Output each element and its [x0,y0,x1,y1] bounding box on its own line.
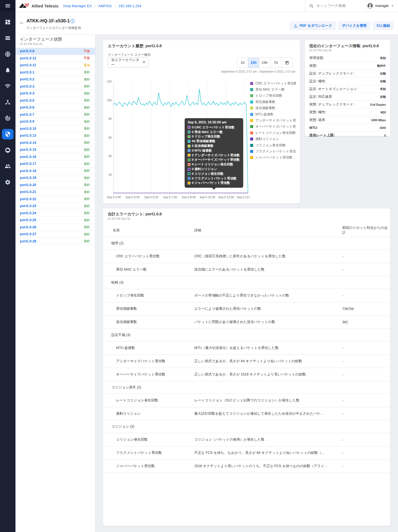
port-row[interactable]: port1.0.9良好 [15,118,95,125]
port-row[interactable]: port1.0.17良好 [15,160,95,168]
port-row[interactable]: port1.0.26良好 [15,224,95,231]
port-link[interactable]: port1.0.13 [20,134,36,137]
port-link[interactable]: port1.0.15 [20,148,36,152]
port-link[interactable]: port1.0.25 [20,218,36,222]
range-1h-button[interactable]: 1h [237,58,248,68]
legend-item[interactable]: レートコリジョン発生回数 [250,130,296,136]
legend-item[interactable]: アンダーサイズパケット受信数 [250,117,296,123]
port-link[interactable]: port1.0.18 [20,169,36,173]
port-row[interactable]: port1.0.3良好 [15,83,95,90]
cloud-icon [5,147,11,153]
port-row[interactable]: port1.0.23良好 [15,203,95,210]
port-link[interactable]: port1.0.16 [20,155,36,159]
port-link[interactable]: port1.0.26 [20,225,36,229]
port-link[interactable]: port1.0.28 [20,239,36,243]
range-7d-button[interactable]: 7d [270,58,281,68]
port-row[interactable]: port1.0.24良好 [15,210,95,217]
port-link[interactable]: port1.0.1 [20,70,34,74]
dashboard-nav[interactable] [0,17,15,28]
port-row[interactable]: port1.0.12不良 [15,55,95,62]
port-link[interactable]: port1.0.22 [20,197,36,201]
port-link[interactable]: port1.0.3 [20,84,34,88]
nav-link[interactable]: AMF001 [98,4,112,8]
port-link[interactable]: port1.0.19 [20,176,36,180]
port-row[interactable]: port1.0.5良好 [15,97,95,104]
port-link[interactable]: port1.0.14 [20,141,36,145]
health-shield-nav[interactable] [0,129,15,140]
port-link[interactable]: port1.0.24 [20,211,36,215]
logo-mark-icon [19,3,30,9]
range-12h-button[interactable]: 12h [248,58,259,68]
legend-item[interactable]: 過剰コリジョン [250,136,296,142]
port-row[interactable]: port1.0.14良好 [15,139,95,147]
port-row[interactable]: port1.0.11妥当 [15,62,95,69]
network-search[interactable]: ネットワーク検索 [305,0,366,12]
port-link[interactable]: port1.0.21 [20,190,36,194]
port-link[interactable]: port1.0.12 [20,56,36,60]
port-link[interactable]: port1.0.7 [20,113,34,117]
legend-item[interactable]: 受信側破棄数 [250,99,296,105]
select-caret-icon [143,62,145,63]
port-row[interactable]: port1.0.13良好 [15,132,95,139]
port-row[interactable]: port1.0.6良好 [15,104,95,111]
port-row[interactable]: port1.0.7良好 [15,111,95,118]
port-link[interactable]: port1.0.20 [20,183,36,187]
network-globe-nav[interactable] [0,49,15,60]
back-button[interactable]: ← [18,19,25,25]
port-row[interactable]: port1.0.10良好 [15,125,95,133]
port-link[interactable]: port1.0.9 [20,120,34,123]
asset-list-nav[interactable] [0,33,15,44]
port-link[interactable]: port1.0.5 [20,99,34,102]
settings-nav[interactable] [0,177,15,188]
port-row[interactable]: port1.0.4良好 [15,90,95,97]
port-link[interactable]: port1.0.27 [20,232,36,236]
users-nav[interactable] [0,161,15,172]
user-menu[interactable]: manager [367,0,398,12]
menu-nav[interactable] [0,0,15,12]
info-icon[interactable] [70,19,75,23]
port-row[interactable]: port1.0.1良好 [15,69,95,76]
port-link[interactable]: port1.0.10 [20,127,36,131]
legend-item[interactable]: 送信側破棄数 [250,105,296,111]
legend-item[interactable]: オーバーサイズパケット受信数 [250,124,296,130]
port-link[interactable]: port1.0.4 [20,91,34,95]
port-link[interactable]: port1.0.8 [20,49,34,53]
port-link[interactable]: port1.0.6 [20,105,34,109]
calendar-button[interactable] [281,58,293,68]
legend-item[interactable]: 受信 MAC エラー数 [250,86,296,92]
nav-link[interactable]: Vista Manager EX [63,4,92,8]
error-type-select[interactable]: 全エラーカウンター [108,57,149,67]
port-row[interactable]: port1.0.25良好 [15,217,95,224]
port-row[interactable]: port1.0.15良好 [15,146,95,153]
port-row[interactable]: port1.0.16良好 [15,153,95,161]
legend-item[interactable]: CRC エラーパケット受信数 [250,80,296,86]
topology-nav[interactable] [0,97,15,108]
port-link[interactable]: port1.0.2 [20,77,34,81]
port-row[interactable]: port1.0.8不良 [15,48,95,55]
nav-link[interactable]: 192.168.1.254 [118,4,141,8]
legend-item[interactable]: フラグメントパケット受信数 [250,148,296,154]
port-row[interactable]: port1.0.27良好 [15,231,95,238]
cli-connect-button[interactable]: CLI 接続 [373,21,394,30]
port-row[interactable]: port1.0.18良好 [15,168,95,175]
range-24h-button[interactable]: 24h [259,58,270,68]
port-row[interactable]: port1.0.19良好 [15,174,95,182]
cloud-nav[interactable] [0,145,15,156]
download-pdf-button[interactable]: PDF をダウンロード [290,21,336,30]
port-row[interactable]: port1.0.22良好 [15,196,95,203]
port-link[interactable]: port1.0.11 [20,63,36,67]
port-row[interactable]: port1.0.28良好 [15,238,95,245]
legend-item[interactable]: ジャバーパケット受信数 [250,155,296,161]
port-row[interactable]: port1.0.21良好 [15,189,95,196]
notifications-nav[interactable] [0,65,15,76]
legend-item[interactable]: MTU 超過数 [250,111,296,117]
port-row[interactable]: port1.0.2良好 [15,76,95,83]
legend-item[interactable]: コリジョン発生回数 [250,142,296,148]
port-link[interactable]: port1.0.23 [20,204,36,208]
manage-device-button[interactable]: デバイスを管理 [338,21,370,30]
wireless-nav[interactable] [0,81,15,92]
port-link[interactable]: port1.0.17 [20,162,36,166]
port-row[interactable]: port1.0.20良好 [15,182,95,189]
legend-item[interactable]: ドロップ発生回数 [250,93,296,99]
monitoring-nav[interactable] [0,113,15,124]
